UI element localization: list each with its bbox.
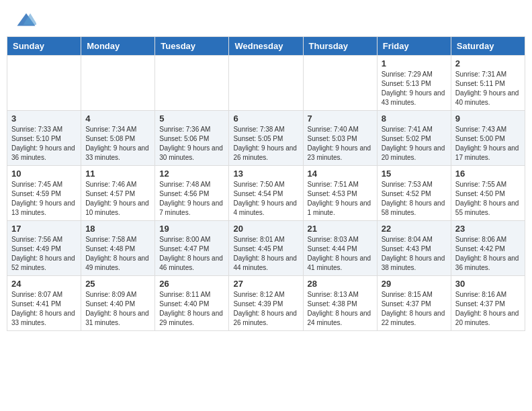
header-friday: Friday: [377, 37, 451, 56]
day-number: 8: [382, 113, 447, 124]
calendar-table: SundayMondayTuesdayWednesdayThursdayFrid…: [7, 36, 525, 331]
day-info: Sunrise: 7:48 AM Sunset: 4:56 PM Dayligh…: [159, 181, 223, 216]
day-number: 30: [455, 279, 521, 289]
day-number: 11: [85, 169, 150, 179]
day-info: Sunrise: 8:07 AM Sunset: 4:41 PM Dayligh…: [11, 291, 75, 326]
day-info: Sunrise: 7:51 AM Sunset: 4:53 PM Dayligh…: [308, 181, 371, 216]
day-info: Sunrise: 7:40 AM Sunset: 5:03 PM Dayligh…: [308, 126, 371, 161]
calendar-empty-cell: [303, 56, 377, 111]
header-saturday: Saturday: [451, 37, 525, 56]
calendar-day-6: 6Sunrise: 7:38 AM Sunset: 5:05 PM Daylig…: [229, 111, 303, 166]
day-number: 25: [85, 279, 150, 289]
day-number: 18: [85, 224, 150, 234]
day-info: Sunrise: 8:15 AM Sunset: 4:37 PM Dayligh…: [382, 291, 445, 326]
day-number: 4: [85, 113, 150, 124]
calendar-day-16: 16Sunrise: 7:55 AM Sunset: 4:50 PM Dayli…: [451, 166, 525, 221]
day-info: Sunrise: 8:06 AM Sunset: 4:42 PM Dayligh…: [455, 236, 519, 271]
day-number: 13: [233, 169, 298, 179]
day-info: Sunrise: 7:38 AM Sunset: 5:05 PM Dayligh…: [233, 126, 297, 161]
day-info: Sunrise: 7:36 AM Sunset: 5:06 PM Dayligh…: [159, 126, 223, 161]
header-thursday: Thursday: [303, 37, 377, 56]
day-number: 29: [382, 279, 447, 289]
logo: [13, 11, 36, 31]
calendar-day-15: 15Sunrise: 7:53 AM Sunset: 4:52 PM Dayli…: [377, 166, 451, 221]
day-number: 15: [382, 169, 447, 179]
day-info: Sunrise: 8:03 AM Sunset: 4:44 PM Dayligh…: [308, 236, 371, 271]
day-number: 19: [159, 224, 224, 234]
calendar-day-7: 7Sunrise: 7:40 AM Sunset: 5:03 PM Daylig…: [303, 111, 377, 166]
day-number: 22: [382, 224, 447, 234]
day-number: 12: [159, 169, 224, 179]
day-number: 7: [308, 113, 373, 124]
day-number: 17: [11, 224, 77, 234]
calendar-day-11: 11Sunrise: 7:46 AM Sunset: 4:57 PM Dayli…: [81, 166, 155, 221]
calendar-day-9: 9Sunrise: 7:43 AM Sunset: 5:00 PM Daylig…: [451, 111, 525, 166]
day-number: 9: [455, 113, 521, 124]
day-number: 3: [11, 113, 77, 124]
calendar-week-row: 3Sunrise: 7:33 AM Sunset: 5:10 PM Daylig…: [7, 111, 525, 166]
calendar-day-21: 21Sunrise: 8:03 AM Sunset: 4:44 PM Dayli…: [303, 221, 377, 276]
calendar-day-27: 27Sunrise: 8:12 AM Sunset: 4:39 PM Dayli…: [229, 276, 303, 331]
calendar-empty-cell: [155, 56, 229, 111]
calendar-day-24: 24Sunrise: 8:07 AM Sunset: 4:41 PM Dayli…: [7, 276, 81, 331]
calendar-day-23: 23Sunrise: 8:06 AM Sunset: 4:42 PM Dayli…: [451, 221, 525, 276]
header-wednesday: Wednesday: [229, 37, 303, 56]
day-info: Sunrise: 8:11 AM Sunset: 4:40 PM Dayligh…: [159, 291, 223, 326]
day-info: Sunrise: 7:53 AM Sunset: 4:52 PM Dayligh…: [382, 181, 445, 216]
calendar-day-22: 22Sunrise: 8:04 AM Sunset: 4:43 PM Dayli…: [377, 221, 451, 276]
day-number: 20: [233, 224, 298, 234]
day-info: Sunrise: 7:58 AM Sunset: 4:48 PM Dayligh…: [85, 236, 149, 271]
day-info: Sunrise: 8:04 AM Sunset: 4:43 PM Dayligh…: [382, 236, 445, 271]
calendar-empty-cell: [7, 56, 81, 111]
calendar-day-18: 18Sunrise: 7:58 AM Sunset: 4:48 PM Dayli…: [81, 221, 155, 276]
calendar-empty-cell: [81, 56, 155, 111]
header-tuesday: Tuesday: [155, 37, 229, 56]
day-number: 24: [11, 279, 77, 289]
calendar-week-row: 17Sunrise: 7:56 AM Sunset: 4:49 PM Dayli…: [7, 221, 525, 276]
day-info: Sunrise: 8:09 AM Sunset: 4:40 PM Dayligh…: [85, 291, 149, 326]
day-number: 2: [455, 58, 521, 68]
day-number: 21: [308, 224, 373, 234]
calendar-day-8: 8Sunrise: 7:41 AM Sunset: 5:02 PM Daylig…: [377, 111, 451, 166]
calendar-day-30: 30Sunrise: 8:16 AM Sunset: 4:37 PM Dayli…: [451, 276, 525, 331]
day-info: Sunrise: 8:00 AM Sunset: 4:47 PM Dayligh…: [159, 236, 223, 271]
day-number: 1: [382, 58, 447, 68]
day-number: 26: [159, 279, 224, 289]
calendar-day-20: 20Sunrise: 8:01 AM Sunset: 4:45 PM Dayli…: [229, 221, 303, 276]
day-info: Sunrise: 7:45 AM Sunset: 4:59 PM Dayligh…: [11, 181, 75, 216]
calendar-day-13: 13Sunrise: 7:50 AM Sunset: 4:54 PM Dayli…: [229, 166, 303, 221]
day-info: Sunrise: 8:16 AM Sunset: 4:37 PM Dayligh…: [455, 291, 519, 326]
day-info: Sunrise: 7:33 AM Sunset: 5:10 PM Dayligh…: [11, 126, 75, 161]
calendar-day-19: 19Sunrise: 8:00 AM Sunset: 4:47 PM Dayli…: [155, 221, 229, 276]
day-number: 5: [159, 113, 224, 124]
calendar-header-row: SundayMondayTuesdayWednesdayThursdayFrid…: [7, 37, 525, 56]
calendar-day-26: 26Sunrise: 8:11 AM Sunset: 4:40 PM Dayli…: [155, 276, 229, 331]
calendar-day-28: 28Sunrise: 8:13 AM Sunset: 4:38 PM Dayli…: [303, 276, 377, 331]
calendar-day-10: 10Sunrise: 7:45 AM Sunset: 4:59 PM Dayli…: [7, 166, 81, 221]
calendar-day-29: 29Sunrise: 8:15 AM Sunset: 4:37 PM Dayli…: [377, 276, 451, 331]
calendar-day-3: 3Sunrise: 7:33 AM Sunset: 5:10 PM Daylig…: [7, 111, 81, 166]
calendar-week-row: 24Sunrise: 8:07 AM Sunset: 4:41 PM Dayli…: [7, 276, 525, 331]
day-number: 6: [233, 113, 298, 124]
day-info: Sunrise: 7:56 AM Sunset: 4:49 PM Dayligh…: [11, 236, 75, 271]
calendar-day-17: 17Sunrise: 7:56 AM Sunset: 4:49 PM Dayli…: [7, 221, 81, 276]
day-info: Sunrise: 8:12 AM Sunset: 4:39 PM Dayligh…: [233, 291, 297, 326]
day-info: Sunrise: 7:41 AM Sunset: 5:02 PM Dayligh…: [382, 126, 445, 161]
day-number: 10: [11, 169, 77, 179]
day-info: Sunrise: 7:43 AM Sunset: 5:00 PM Dayligh…: [455, 126, 519, 161]
calendar-day-4: 4Sunrise: 7:34 AM Sunset: 5:08 PM Daylig…: [81, 111, 155, 166]
day-number: 28: [308, 279, 373, 289]
day-info: Sunrise: 7:29 AM Sunset: 5:13 PM Dayligh…: [382, 71, 445, 106]
page-header: [0, 0, 532, 36]
calendar-day-1: 1Sunrise: 7:29 AM Sunset: 5:13 PM Daylig…: [377, 56, 451, 111]
calendar-week-row: 10Sunrise: 7:45 AM Sunset: 4:59 PM Dayli…: [7, 166, 525, 221]
logo-icon: [16, 11, 36, 31]
day-number: 16: [455, 169, 521, 179]
calendar-day-2: 2Sunrise: 7:31 AM Sunset: 5:11 PM Daylig…: [451, 56, 525, 111]
day-info: Sunrise: 7:55 AM Sunset: 4:50 PM Dayligh…: [455, 181, 519, 216]
calendar-week-row: 1Sunrise: 7:29 AM Sunset: 5:13 PM Daylig…: [7, 56, 525, 111]
calendar-empty-cell: [229, 56, 303, 111]
calendar-day-12: 12Sunrise: 7:48 AM Sunset: 4:56 PM Dayli…: [155, 166, 229, 221]
day-number: 23: [455, 224, 521, 234]
day-info: Sunrise: 7:34 AM Sunset: 5:08 PM Dayligh…: [85, 126, 149, 161]
